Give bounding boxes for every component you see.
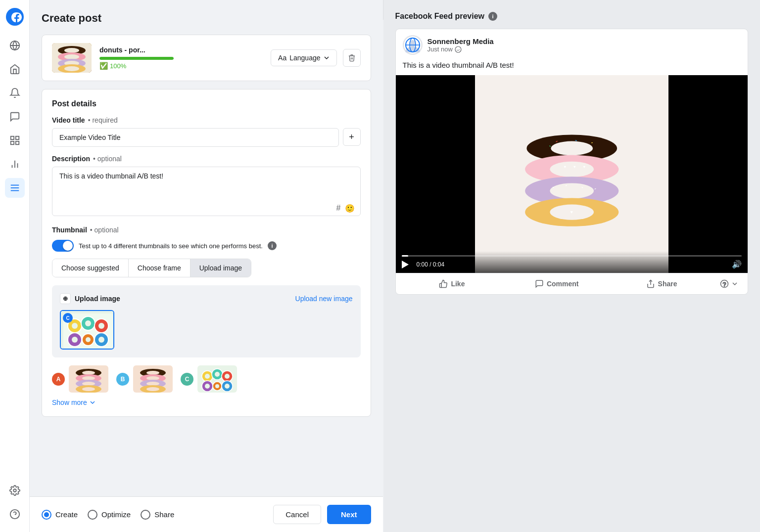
svg-point-53 — [146, 382, 159, 386]
preview-actions: Like Comment Share — [396, 273, 748, 294]
upload-card: donuts - por... ✅ 100% Aa Language — [42, 35, 371, 81]
share-button[interactable]: Share — [609, 275, 714, 292]
scrollable-content: Create post — [30, 0, 383, 496]
svg-point-19 — [64, 54, 79, 59]
video-player[interactable]: ♥ ♥ ♥ — [396, 75, 748, 273]
svg-text:♥: ♥ — [583, 165, 585, 169]
radio-create — [42, 510, 51, 520]
info-icon-toggle[interactable]: i — [268, 241, 277, 250]
preview-avatar — [403, 35, 423, 55]
svg-point-84 — [550, 162, 594, 177]
thumb-img-b — [133, 365, 173, 393]
post-details-card: Post details Video title • required + De… — [42, 89, 371, 417]
description-textarea[interactable]: This is a video thumbnail A/B test! — [52, 167, 361, 216]
tab-choose-frame[interactable]: Choose frame — [129, 259, 190, 277]
emoji-icon[interactable]: 🙂 — [345, 204, 355, 213]
more-actions-button[interactable] — [714, 275, 744, 292]
svg-point-99 — [724, 286, 725, 287]
sidebar-icon-chart[interactable] — [5, 154, 25, 174]
step-options: Create Optimize Share — [42, 510, 174, 520]
preview-title-row: Facebook Feed preview i — [395, 12, 749, 21]
svg-rect-2 — [10, 136, 13, 139]
hashtag-icon[interactable]: # — [336, 204, 341, 213]
tab-choose-suggested[interactable]: Choose suggested — [52, 259, 129, 277]
action-bar: Create Optimize Share Cancel Next — [30, 496, 383, 532]
comment-button[interactable]: Comment — [504, 275, 609, 292]
toggle-knob — [63, 241, 73, 251]
step-create[interactable]: Create — [42, 510, 78, 520]
preview-user-info: Sonnenberg Media Just now — [428, 37, 494, 53]
progress-bar-container[interactable] — [402, 255, 742, 257]
sidebar — [0, 0, 30, 532]
preview-info-icon[interactable]: i — [488, 12, 497, 21]
thumbnail-option-c[interactable]: C — [181, 365, 237, 393]
thumbnail-image — [52, 43, 92, 73]
svg-point-49 — [146, 371, 159, 375]
video-time: 0:00 / 0:04 — [417, 261, 445, 268]
svg-rect-3 — [15, 136, 18, 139]
radio-optimize — [88, 510, 97, 520]
add-title-button[interactable]: + — [343, 128, 361, 146]
video-main: ♥ ♥ ♥ — [475, 75, 669, 273]
page-title: Create post — [42, 12, 371, 25]
app-logo[interactable] — [6, 8, 24, 26]
right-panel: Facebook Feed preview i — [383, 0, 760, 532]
svg-text:♥: ♥ — [570, 210, 572, 215]
svg-point-31 — [98, 323, 104, 329]
step-optimize[interactable]: Optimize — [88, 510, 131, 520]
thumbnail-option-b[interactable]: B — [116, 365, 173, 393]
sidebar-icon-globe[interactable] — [5, 36, 25, 55]
sidebar-icon-help[interactable] — [5, 504, 25, 524]
volume-icon[interactable]: 🔊 — [732, 260, 742, 269]
upload-icon: ⊕ — [60, 293, 71, 304]
svg-point-29 — [85, 320, 91, 326]
sidebar-icon-settings[interactable] — [5, 481, 25, 500]
radio-create-inner — [44, 512, 49, 517]
next-button[interactable]: Next — [327, 505, 371, 524]
description-area: This is a video thumbnail A/B test! # 🙂 — [52, 167, 361, 218]
sidebar-icon-home[interactable] — [5, 59, 25, 79]
sidebar-icon-bell[interactable] — [5, 83, 25, 103]
sidebar-icon-menu[interactable] — [5, 178, 25, 198]
sidebar-icon-chat[interactable] — [5, 107, 25, 127]
upload-image-title: ⊕ Upload image — [60, 293, 120, 304]
delete-button[interactable] — [343, 49, 361, 67]
play-button[interactable] — [402, 261, 409, 268]
preview-card: Sonnenberg Media Just now This is a vide… — [395, 29, 749, 295]
svg-point-55 — [146, 387, 159, 391]
svg-text:♥: ♥ — [573, 165, 576, 169]
language-button[interactable]: Aa Language — [271, 49, 336, 66]
upload-info: donuts - por... ✅ 100% — [99, 46, 263, 70]
upload-status: ✅ 100% — [99, 62, 263, 70]
badge-a: A — [52, 373, 65, 386]
svg-rect-4 — [10, 141, 13, 144]
video-title-label: Video title • required — [52, 116, 361, 124]
step-share[interactable]: Share — [141, 510, 174, 520]
preview-header: Sonnenberg Media Just now — [396, 29, 748, 61]
upload-actions: Aa Language — [271, 49, 360, 67]
video-title-input[interactable] — [52, 128, 339, 147]
svg-point-23 — [64, 66, 79, 71]
svg-point-35 — [86, 337, 91, 342]
show-more-link[interactable]: Show more — [52, 399, 361, 406]
tab-upload-image[interactable]: Upload image — [190, 259, 251, 277]
svg-point-42 — [82, 376, 95, 380]
svg-point-17 — [64, 48, 79, 53]
svg-point-62 — [225, 374, 230, 379]
uploaded-image-thumbnail[interactable]: C — [60, 310, 114, 350]
left-content: Create post — [30, 0, 383, 532]
badge-c: C — [181, 373, 193, 386]
sidebar-icon-grid[interactable] — [5, 131, 25, 150]
upload-new-image-link[interactable]: Upload new image — [295, 295, 353, 303]
description-label: Description • optional — [52, 155, 361, 163]
svg-point-78 — [551, 141, 593, 156]
preview-title: Facebook Feed preview — [395, 12, 485, 21]
svg-point-60 — [215, 372, 220, 377]
thumbnail-options-row: A — [52, 365, 361, 393]
like-button[interactable]: Like — [400, 275, 505, 292]
svg-point-75 — [455, 46, 461, 52]
thumbnail-toggle[interactable] — [52, 240, 74, 252]
thumbnail-option-a[interactable]: A — [52, 365, 108, 393]
language-label: Language — [289, 54, 320, 62]
cancel-button[interactable]: Cancel — [273, 505, 321, 524]
